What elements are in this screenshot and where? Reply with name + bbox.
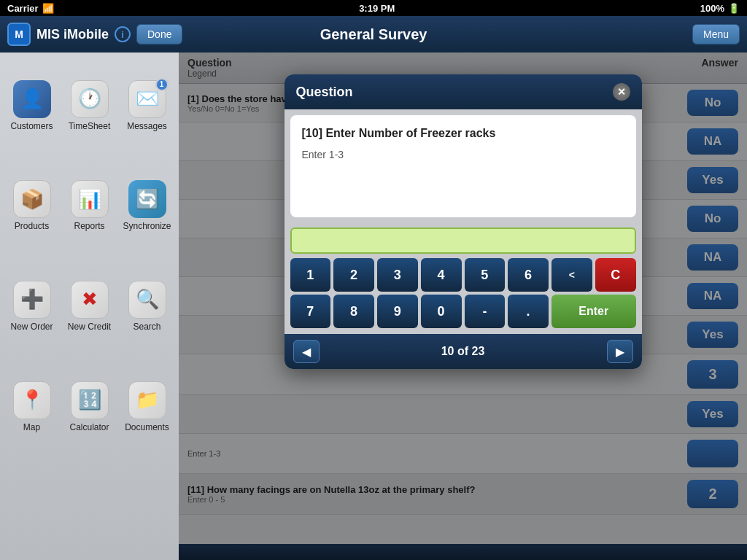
top-bar-right: Menu (692, 24, 740, 44)
sidebar-label-calculator: Calculator (69, 422, 109, 432)
nav-prev-button[interactable]: ◀ (293, 340, 320, 363)
key-minus[interactable]: - (465, 295, 506, 328)
key-0[interactable]: 0 (421, 295, 462, 328)
sidebar-item-neworder[interactable]: ➕ New Order (4, 257, 60, 356)
page-title: General Survey (320, 26, 427, 43)
menu-button[interactable]: Menu (692, 24, 740, 44)
content-area: Question Legend Answer [1] Does the stor… (179, 52, 747, 560)
sidebar-item-messages[interactable]: ✉️ 1 Messages (119, 56, 175, 155)
modal-question-text: [10] Enter Number of Freezer racks (302, 127, 624, 140)
search-icon: 🔍 (128, 281, 166, 319)
key-5[interactable]: 5 (465, 258, 506, 292)
key-backspace[interactable]: < (551, 258, 592, 292)
status-left: Carrier 📶 (7, 3, 54, 14)
question-modal: Question ✕ [10] Enter Number of Freezer … (285, 74, 642, 369)
sidebar-item-customers[interactable]: 👤 Customers (4, 56, 60, 155)
battery-label: 100% (700, 3, 724, 14)
key-clear[interactable]: C (595, 258, 636, 292)
key-4[interactable]: 4 (421, 258, 462, 292)
sidebar-label-customers: Customers (10, 121, 53, 131)
key-1[interactable]: 1 (290, 258, 331, 292)
keypad: 1 2 3 4 5 6 < C 7 8 9 0 - . Enter (285, 254, 642, 334)
sidebar-label-newcredit: New Credit (68, 322, 111, 332)
app-title: MIS iMobile (36, 27, 109, 42)
modal-close-button[interactable]: ✕ (613, 83, 630, 101)
sidebar: 👤 Customers 🕐 TimeSheet ✉️ 1 Messages 📦 … (0, 52, 179, 560)
key-2[interactable]: 2 (333, 258, 374, 292)
key-3[interactable]: 3 (377, 258, 418, 292)
sidebar-item-synchronize[interactable]: 🔄 Synchronize (119, 157, 175, 256)
battery-icon: 🔋 (728, 3, 740, 14)
status-bar: Carrier 📶 3:19 PM 100% 🔋 (0, 0, 747, 16)
sidebar-label-reports: Reports (74, 221, 104, 231)
modal-legend-text: Enter 1-3 (302, 149, 624, 160)
modal-input-area (285, 223, 642, 254)
products-icon: 📦 (13, 180, 51, 218)
sidebar-label-search: Search (133, 322, 160, 332)
modal-page-info: 10 of 23 (320, 345, 607, 358)
newcredit-icon: ✖ (71, 281, 109, 319)
messages-badge: 1 (155, 78, 169, 91)
key-7[interactable]: 7 (290, 295, 331, 328)
sidebar-item-products[interactable]: 📦 Products (4, 157, 60, 256)
sidebar-label-messages: Messages (127, 121, 167, 131)
synchronize-icon: 🔄 (128, 180, 166, 218)
documents-icon: 📁 (128, 381, 166, 419)
top-bar: M MIS iMobile i Done General Survey Menu (0, 16, 747, 52)
app-logo: M (7, 23, 31, 46)
timesheet-icon: 🕐 (71, 80, 109, 118)
sidebar-item-map[interactable]: 📍 Map (4, 357, 60, 456)
modal-input[interactable] (290, 228, 636, 254)
top-bar-left: M MIS iMobile i Done (7, 23, 182, 46)
carrier-label: Carrier (7, 3, 39, 14)
modal-footer: ◀ 10 of 23 ▶ (285, 334, 642, 369)
calculator-icon: 🔢 (71, 381, 109, 419)
key-8[interactable]: 8 (333, 295, 374, 328)
sidebar-label-synchronize: Synchronize (123, 221, 171, 231)
wifi-icon: 📶 (42, 3, 54, 14)
main-layout: 👤 Customers 🕐 TimeSheet ✉️ 1 Messages 📦 … (0, 52, 747, 560)
status-right: 100% 🔋 (700, 3, 740, 14)
key-9[interactable]: 9 (377, 295, 418, 328)
sidebar-label-products: Products (15, 221, 49, 231)
key-enter[interactable]: Enter (551, 295, 636, 328)
modal-body: [10] Enter Number of Freezer racks Enter… (290, 115, 636, 217)
sidebar-item-newcredit[interactable]: ✖ New Credit (61, 257, 117, 356)
key-dot[interactable]: . (508, 295, 549, 328)
sidebar-label-timesheet: TimeSheet (69, 121, 111, 131)
reports-icon: 📊 (71, 180, 109, 218)
key-6[interactable]: 6 (508, 258, 549, 292)
sidebar-item-reports[interactable]: 📊 Reports (61, 157, 117, 256)
messages-icon: ✉️ 1 (128, 80, 166, 118)
modal-title: Question (296, 85, 353, 100)
sidebar-label-neworder: New Order (10, 322, 53, 332)
sidebar-item-search[interactable]: 🔍 Search (119, 257, 175, 356)
status-time: 3:19 PM (359, 3, 395, 14)
info-button[interactable]: i (115, 26, 131, 42)
modal-overlay: Question ✕ [10] Enter Number of Freezer … (179, 52, 747, 560)
sidebar-item-timesheet[interactable]: 🕐 TimeSheet (61, 56, 117, 155)
sidebar-label-documents: Documents (125, 422, 169, 432)
nav-next-button[interactable]: ▶ (607, 340, 633, 363)
neworder-icon: ➕ (13, 281, 51, 319)
customers-icon: 👤 (13, 80, 51, 118)
modal-header: Question ✕ (285, 74, 642, 109)
map-icon: 📍 (13, 381, 51, 419)
sidebar-label-map: Map (23, 422, 40, 432)
done-button[interactable]: Done (136, 24, 182, 44)
sidebar-item-calculator[interactable]: 🔢 Calculator (61, 357, 117, 456)
sidebar-item-documents[interactable]: 📁 Documents (119, 357, 175, 456)
